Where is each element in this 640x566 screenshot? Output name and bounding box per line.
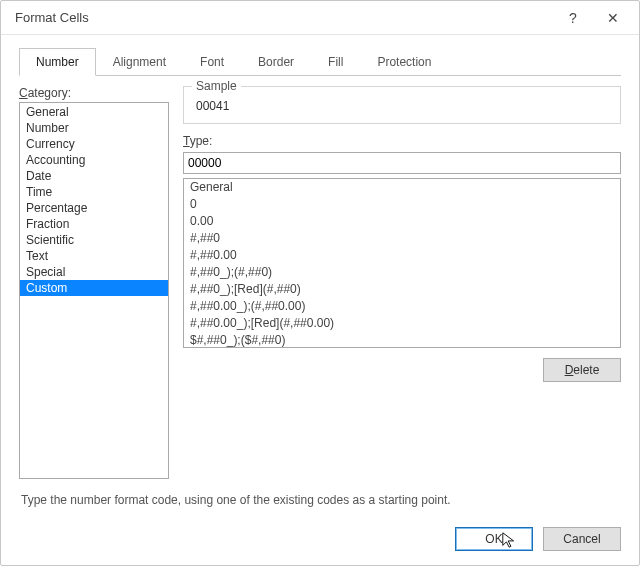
hint-text: Type the number format code, using one o… bbox=[21, 493, 619, 507]
type-item[interactable]: #,##0 bbox=[184, 230, 620, 247]
tab-panel-number: Category: General Number Currency Accoun… bbox=[19, 86, 621, 479]
type-input[interactable] bbox=[183, 152, 621, 174]
details-panel: Sample 00041 Type: General 0 0.00 #,##0 … bbox=[183, 86, 621, 479]
category-item[interactable]: Currency bbox=[20, 136, 168, 152]
type-item[interactable]: #,##0.00 bbox=[184, 247, 620, 264]
tab-number[interactable]: Number bbox=[19, 48, 96, 76]
delete-row: Delete bbox=[183, 358, 621, 382]
close-button[interactable]: ✕ bbox=[593, 4, 633, 32]
type-item[interactable]: $#,##0_);($#,##0) bbox=[184, 332, 620, 348]
category-item[interactable]: Special bbox=[20, 264, 168, 280]
sample-label: Sample bbox=[192, 79, 241, 93]
category-item[interactable]: Percentage bbox=[20, 200, 168, 216]
category-item[interactable]: Scientific bbox=[20, 232, 168, 248]
category-item[interactable]: Fraction bbox=[20, 216, 168, 232]
tab-font[interactable]: Font bbox=[183, 48, 241, 76]
format-cells-dialog: Format Cells ? ✕ Number Alignment Font B… bbox=[0, 0, 640, 566]
type-item[interactable]: #,##0.00_);[Red](#,##0.00) bbox=[184, 315, 620, 332]
category-item[interactable]: General bbox=[20, 104, 168, 120]
dialog-footer: OK Cancel bbox=[1, 517, 639, 565]
category-item[interactable]: Accounting bbox=[20, 152, 168, 168]
delete-button[interactable]: Delete bbox=[543, 358, 621, 382]
question-icon: ? bbox=[569, 10, 577, 26]
tab-protection[interactable]: Protection bbox=[360, 48, 448, 76]
tab-border[interactable]: Border bbox=[241, 48, 311, 76]
category-item[interactable]: Number bbox=[20, 120, 168, 136]
help-button[interactable]: ? bbox=[553, 4, 593, 32]
sample-group: Sample 00041 bbox=[183, 86, 621, 124]
cancel-button[interactable]: Cancel bbox=[543, 527, 621, 551]
ok-button[interactable]: OK bbox=[455, 527, 533, 551]
tab-alignment[interactable]: Alignment bbox=[96, 48, 183, 76]
tab-fill[interactable]: Fill bbox=[311, 48, 360, 76]
type-item[interactable]: #,##0_);(#,##0) bbox=[184, 264, 620, 281]
close-icon: ✕ bbox=[607, 10, 619, 26]
category-item[interactable]: Text bbox=[20, 248, 168, 264]
type-item[interactable]: #,##0_);[Red](#,##0) bbox=[184, 281, 620, 298]
window-title: Format Cells bbox=[15, 10, 553, 25]
category-panel: Category: General Number Currency Accoun… bbox=[19, 86, 169, 479]
type-item[interactable]: General bbox=[184, 179, 620, 196]
title-bar: Format Cells ? ✕ bbox=[1, 1, 639, 35]
category-label: Category: bbox=[19, 86, 169, 100]
dialog-body: Number Alignment Font Border Fill Protec… bbox=[1, 35, 639, 517]
sample-value: 00041 bbox=[194, 95, 610, 113]
category-listbox[interactable]: General Number Currency Accounting Date … bbox=[19, 102, 169, 479]
type-label: Type: bbox=[183, 134, 621, 148]
category-item[interactable]: Time bbox=[20, 184, 168, 200]
type-listbox[interactable]: General 0 0.00 #,##0 #,##0.00 #,##0_);(#… bbox=[183, 178, 621, 348]
type-item[interactable]: 0 bbox=[184, 196, 620, 213]
type-item[interactable]: #,##0.00_);(#,##0.00) bbox=[184, 298, 620, 315]
tab-strip: Number Alignment Font Border Fill Protec… bbox=[19, 47, 621, 76]
category-item[interactable]: Date bbox=[20, 168, 168, 184]
type-item[interactable]: 0.00 bbox=[184, 213, 620, 230]
category-item[interactable]: Custom bbox=[20, 280, 168, 296]
